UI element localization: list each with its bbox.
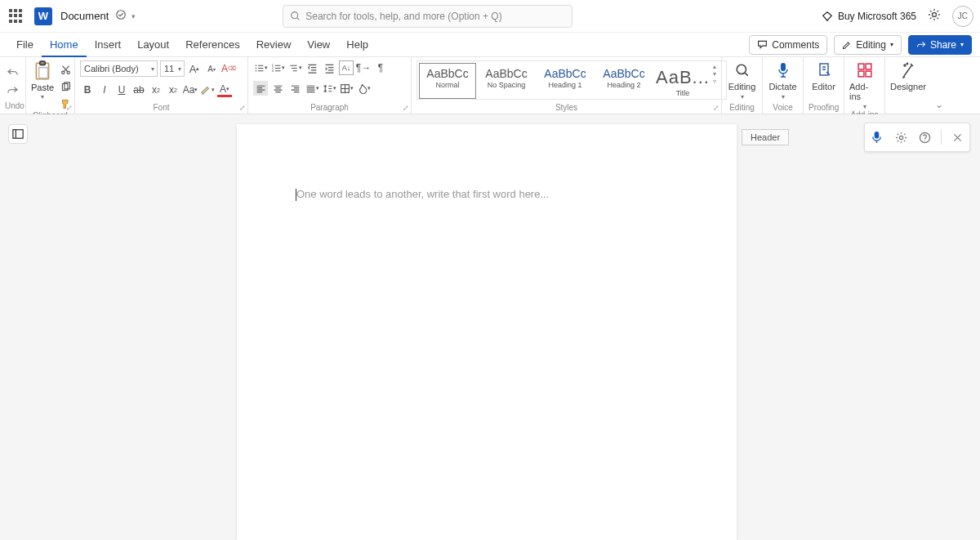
bullets-button[interactable]: ▾ — [253, 60, 268, 75]
bold-button[interactable]: B — [80, 83, 95, 97]
paste-button[interactable]: Paste ▾ — [31, 60, 54, 100]
align-left-button[interactable] — [253, 81, 268, 96]
header-region-button[interactable]: Header — [742, 129, 789, 145]
share-icon — [916, 40, 926, 50]
tab-layout[interactable]: Layout — [129, 33, 177, 57]
align-right-button[interactable] — [287, 81, 302, 96]
svg-point-25 — [906, 63, 907, 64]
borders-button[interactable]: ▾ — [339, 81, 354, 96]
app-launcher-icon[interactable] — [7, 7, 26, 26]
svg-text:3: 3 — [271, 68, 274, 72]
increase-indent-button[interactable] — [322, 60, 336, 75]
font-name-combo[interactable]: Calibri (Body)▾ — [80, 60, 158, 77]
italic-button[interactable]: I — [97, 83, 112, 97]
title-dropdown-icon[interactable]: ▾ — [131, 12, 136, 20]
group-label-styles: Styles — [416, 103, 716, 114]
group-label-undo: Undo — [5, 101, 20, 112]
editing-find-button[interactable]: Editing▾ — [727, 60, 757, 100]
undo-button[interactable] — [7, 67, 19, 82]
group-label-paragraph: Paragraph — [253, 103, 406, 114]
document-page[interactable]: One word leads to another, write that fi… — [237, 124, 737, 540]
font-size-combo[interactable]: 11▾ — [160, 60, 185, 77]
styles-launcher-icon[interactable]: ⤢ — [713, 104, 719, 112]
subscript-button[interactable]: x2 — [149, 83, 163, 97]
change-case-button[interactable]: Aa▾ — [183, 83, 198, 97]
underline-button[interactable]: U — [114, 83, 129, 97]
svg-point-28 — [899, 136, 902, 139]
tab-help[interactable]: Help — [338, 33, 376, 57]
search-input[interactable]: Search for tools, help, and more (Option… — [283, 5, 572, 28]
settings-side-icon[interactable] — [893, 129, 909, 145]
svg-rect-22 — [858, 71, 864, 77]
group-label-editing: Editing — [727, 103, 757, 114]
styles-gallery[interactable]: AaBbCcNormal AaBbCcNo Spacing AaBbCcHead… — [416, 60, 727, 100]
cut-button[interactable] — [58, 62, 73, 77]
line-spacing-button[interactable]: ▾ — [322, 81, 336, 96]
search-icon — [290, 11, 301, 21]
style-title[interactable]: AaB...Title — [654, 63, 711, 99]
justify-button[interactable]: ▾ — [305, 81, 319, 96]
tab-file[interactable]: File — [8, 33, 42, 57]
decrease-indent-button[interactable] — [305, 60, 319, 75]
shading-button[interactable]: ▾ — [356, 81, 371, 96]
style-normal[interactable]: AaBbCcNormal — [419, 63, 476, 99]
settings-icon[interactable] — [928, 8, 941, 24]
designer-button[interactable]: Designer — [890, 60, 926, 91]
close-side-icon[interactable] — [949, 129, 965, 145]
style-heading-2[interactable]: AaBbCcHeading 2 — [595, 63, 653, 99]
dictate-side-icon[interactable] — [869, 129, 885, 145]
diamond-icon — [822, 11, 833, 22]
collapse-ribbon-button[interactable]: ⌄ — [929, 57, 949, 114]
group-label-designer — [890, 103, 924, 114]
clear-format-button[interactable]: A⌫ — [221, 61, 236, 76]
tab-insert[interactable]: Insert — [87, 33, 130, 57]
tab-review[interactable]: Review — [248, 33, 300, 57]
dictate-button[interactable]: Dictate▾ — [768, 60, 798, 100]
font-launcher-icon[interactable]: ⤢ — [239, 104, 246, 112]
tab-view[interactable]: View — [299, 33, 338, 57]
ltr-button[interactable]: ¶→ — [356, 60, 371, 75]
share-button[interactable]: Share▾ — [908, 35, 972, 55]
style-no-spacing[interactable]: AaBbCcNo Spacing — [478, 63, 535, 99]
tab-home[interactable]: Home — [42, 33, 87, 57]
document-title[interactable]: Document — [60, 10, 109, 22]
highlight-button[interactable]: ▾ — [200, 83, 215, 97]
clipboard-launcher-icon[interactable]: ⤢ — [66, 104, 73, 112]
multilevel-list-button[interactable]: ▾ — [287, 60, 302, 75]
user-avatar[interactable]: JC — [952, 6, 973, 27]
buy-microsoft-365-button[interactable]: Buy Microsoft 365 — [822, 11, 916, 22]
svg-rect-18 — [781, 63, 786, 71]
grow-font-button[interactable]: A▴ — [187, 61, 202, 76]
svg-point-10 — [255, 65, 256, 66]
show-marks-button[interactable]: ¶ — [373, 60, 388, 75]
group-label-proofing: Proofing — [808, 103, 839, 114]
clipboard-icon — [33, 60, 51, 82]
addins-button[interactable]: Add-ins▾ — [849, 60, 880, 110]
paragraph-launcher-icon[interactable]: ⤢ — [403, 104, 409, 112]
align-center-button[interactable] — [270, 81, 285, 96]
document-placeholder: One word leads to another, write that fi… — [296, 188, 549, 201]
svg-rect-27 — [875, 132, 880, 138]
copy-button[interactable] — [58, 79, 73, 94]
editor-button[interactable]: Editor — [808, 60, 839, 91]
save-status-icon[interactable] — [115, 9, 127, 23]
strike-button[interactable]: ab — [131, 83, 146, 97]
svg-point-17 — [737, 65, 746, 74]
tab-references[interactable]: References — [177, 33, 247, 57]
sort-button[interactable]: A↓ — [339, 60, 354, 75]
superscript-button[interactable]: x2 — [166, 83, 180, 97]
navigation-pane-button[interactable] — [8, 124, 28, 144]
numbering-button[interactable]: 123▾ — [270, 60, 285, 75]
svg-rect-5 — [39, 68, 48, 78]
svg-rect-26 — [13, 130, 23, 139]
font-color-button[interactable]: A▾ — [217, 83, 232, 97]
comments-button[interactable]: Comments — [749, 35, 827, 55]
style-heading-1[interactable]: AaBbCcHeading 1 — [537, 63, 594, 99]
redo-button[interactable] — [7, 85, 19, 100]
help-side-icon[interactable] — [916, 129, 933, 145]
editing-mode-button[interactable]: Editing▾ — [834, 35, 902, 55]
svg-point-12 — [255, 69, 256, 71]
svg-point-1 — [292, 12, 298, 19]
shrink-font-button[interactable]: A▾ — [204, 61, 219, 76]
search-placeholder: Search for tools, help, and more (Option… — [305, 11, 501, 22]
